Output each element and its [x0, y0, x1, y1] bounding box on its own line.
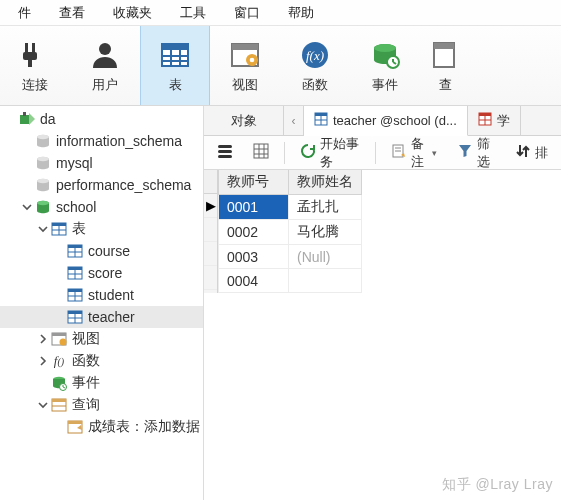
filter-button[interactable]: 筛选	[450, 131, 502, 175]
tree-item-label: 事件	[72, 374, 100, 392]
tree-item--[interactable]: f()函数	[0, 350, 203, 372]
separator	[284, 142, 285, 164]
tree-item-label: da	[40, 111, 56, 127]
chevron-left-icon: ‹	[292, 114, 296, 128]
ribbon-toolbar: 连接 用户 表 视图 f(x) 函数 事件 查	[0, 26, 561, 106]
begin-transaction-label: 开始事务	[320, 135, 360, 171]
tab-objects[interactable]: 对象	[204, 106, 284, 135]
tree-item--[interactable]: 成绩表：添加数据	[0, 416, 203, 438]
row-indicator-column: ▶	[204, 170, 218, 293]
tree-item-performance_schema[interactable]: performance_schema	[0, 174, 203, 196]
svg-text:f(x): f(x)	[306, 48, 324, 63]
tool-function[interactable]: f(x) 函数	[280, 26, 350, 105]
tree-item--[interactable]: 事件	[0, 372, 203, 394]
column-header[interactable]: 教师号	[219, 170, 289, 195]
svg-rect-43	[68, 267, 82, 270]
chevron-down-icon[interactable]	[36, 398, 50, 412]
tree-item-label: 成绩表：添加数据	[88, 418, 200, 436]
tree-item--[interactable]: 视图	[0, 328, 203, 350]
tool-user[interactable]: 用户	[70, 26, 140, 105]
svg-rect-12	[232, 44, 258, 50]
svg-rect-76	[218, 155, 232, 158]
tree-item-mysql[interactable]: mysql	[0, 152, 203, 174]
svg-point-56	[60, 339, 67, 346]
menu-tools[interactable]: 工具	[166, 0, 220, 26]
svg-rect-51	[68, 311, 82, 314]
tool-query[interactable]: 查	[420, 26, 470, 105]
tbl-icon	[66, 243, 84, 259]
tree-item-information_schema[interactable]: information_schema	[0, 130, 203, 152]
tree-item-student[interactable]: student	[0, 284, 203, 306]
tree-item--[interactable]: 查询	[0, 394, 203, 416]
object-tree[interactable]: dainformation_schemamysqlperformance_sch…	[0, 106, 204, 500]
expander-placeholder	[52, 420, 66, 434]
chevron-right-icon[interactable]	[36, 354, 50, 368]
db-icon	[34, 155, 52, 171]
tree-item-course[interactable]: course	[0, 240, 203, 262]
table-cell[interactable]: 0003	[219, 245, 289, 269]
menu-help[interactable]: 帮助	[274, 0, 328, 26]
table-cell[interactable]	[289, 269, 362, 293]
tool-view[interactable]: 视图	[210, 26, 280, 105]
view-icon	[228, 38, 262, 72]
table-toolbar: 开始事务 备注 ▾ 筛选 排	[204, 136, 561, 170]
tree-item-label: mysql	[56, 155, 93, 171]
svg-rect-0	[25, 43, 28, 52]
table-row[interactable]: 0003(Null)	[219, 245, 362, 269]
begin-transaction-button[interactable]: 开始事务	[293, 131, 367, 175]
grid-small-icon	[253, 143, 269, 162]
table-cell[interactable]: 0001	[219, 195, 289, 220]
toggle-view-button[interactable]	[210, 139, 240, 166]
sort-button[interactable]: 排	[508, 139, 555, 166]
svg-rect-24	[20, 115, 29, 124]
menu-window[interactable]: 窗口	[220, 0, 274, 26]
column-header[interactable]: 教师姓名	[289, 170, 362, 195]
expander-placeholder	[36, 376, 50, 390]
table-row[interactable]: 0004	[219, 269, 362, 293]
svg-rect-35	[52, 223, 66, 226]
views-icon	[50, 331, 68, 347]
expander-placeholder	[20, 134, 34, 148]
user-icon	[88, 38, 122, 72]
table-cell[interactable]: 0002	[219, 220, 289, 245]
menu-file[interactable]: 件	[4, 0, 45, 26]
tree-item-da[interactable]: da	[0, 108, 203, 130]
menu-view[interactable]: 查看	[45, 0, 99, 26]
table-cell[interactable]: (Null)	[289, 245, 362, 269]
table-row[interactable]: 0001孟扎扎	[219, 195, 362, 220]
menu-favorites[interactable]: 收藏夹	[99, 0, 166, 26]
tool-table[interactable]: 表	[140, 26, 210, 105]
remark-button[interactable]: 备注 ▾	[384, 131, 444, 175]
table-cell[interactable]: 0004	[219, 269, 289, 293]
data-grid[interactable]: ▶ 教师号教师姓名 0001孟扎扎0002马化腾0003(Null)0004	[204, 170, 561, 293]
dropdown-icon: ▾	[432, 148, 437, 158]
expander-placeholder	[20, 178, 34, 192]
funnel-icon	[457, 143, 473, 162]
tree-item-school[interactable]: school	[0, 196, 203, 218]
chevron-down-icon[interactable]	[20, 200, 34, 214]
grid-view-button[interactable]	[246, 139, 276, 166]
tree-item-teacher[interactable]: teacher	[0, 306, 203, 328]
filter-label: 筛选	[477, 135, 495, 171]
tree-item-label: 函数	[72, 352, 100, 370]
table-cell[interactable]: 马化腾	[289, 220, 362, 245]
tbl-icon	[66, 309, 84, 325]
tbl-icon	[66, 265, 84, 281]
db-icon	[34, 177, 52, 193]
sort-label: 排	[535, 144, 548, 162]
table-cell[interactable]: 孟扎扎	[289, 195, 362, 220]
chevron-down-icon[interactable]	[36, 222, 50, 236]
table-row[interactable]: 0002马化腾	[219, 220, 362, 245]
tool-connection[interactable]: 连接	[0, 26, 70, 105]
tree-item-score[interactable]: score	[0, 262, 203, 284]
tab-objects-label: 对象	[231, 112, 257, 130]
tool-event[interactable]: 事件	[350, 26, 420, 105]
chevron-right-icon[interactable]	[36, 332, 50, 346]
expander-placeholder	[4, 112, 18, 126]
expander-placeholder	[52, 310, 66, 324]
table-alt-icon	[478, 112, 492, 129]
tree-item--[interactable]: 表	[0, 218, 203, 240]
expander-placeholder	[20, 156, 34, 170]
tree-item-label: score	[88, 265, 122, 281]
svg-point-33	[37, 201, 49, 205]
